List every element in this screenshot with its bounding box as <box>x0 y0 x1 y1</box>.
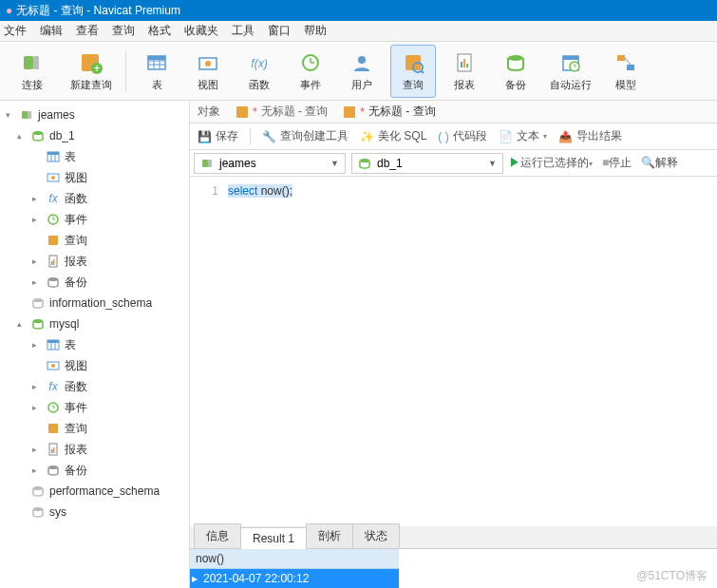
expand-icon[interactable]: ▸ <box>32 215 42 224</box>
svg-rect-34 <box>22 111 28 119</box>
tree-item-func[interactable]: ▸fx函数 <box>0 376 189 397</box>
expand-icon[interactable]: ▸ <box>32 194 42 203</box>
backup-icon <box>503 50 528 75</box>
menu-file[interactable]: 文件 <box>4 23 27 39</box>
result-cell: 2021-04-07 22:00:12 <box>199 569 312 588</box>
tab-objects[interactable]: 对象 <box>198 104 220 120</box>
menu-query[interactable]: 查询 <box>112 23 135 39</box>
tree-item-func[interactable]: ▸fx函数 <box>0 188 189 209</box>
result-row[interactable]: ▸ 2021-04-07 22:00:12 <box>190 569 399 588</box>
tree-item-backup[interactable]: ▸备份 <box>0 272 189 293</box>
svg-rect-35 <box>28 111 31 119</box>
expand-icon[interactable]: ▸ <box>32 277 42 287</box>
tree-item-report[interactable]: ▸报表 <box>0 251 189 272</box>
tree-item-db-off[interactable]: information_schema <box>0 293 189 313</box>
toolbar-backup[interactable]: 备份 <box>493 45 538 98</box>
expand-icon[interactable]: ▴ <box>17 319 27 329</box>
tree-item-table[interactable]: 表 <box>0 146 189 167</box>
view-icon <box>196 50 220 75</box>
tree-item-label: db_1 <box>49 129 75 142</box>
tree-item-query[interactable]: 查询 <box>0 418 189 439</box>
menu-edit[interactable]: 编辑 <box>40 23 63 39</box>
menu-format[interactable]: 格式 <box>148 23 171 39</box>
menu-fav[interactable]: 收藏夹 <box>184 23 218 39</box>
explain-icon: 🔍 <box>641 156 655 169</box>
svg-rect-66 <box>51 449 53 453</box>
tree-item-label: 函数 <box>65 191 87 207</box>
db-off-icon <box>30 484 46 499</box>
tree-item-table[interactable]: ▸表 <box>0 334 189 355</box>
tree-item-backup[interactable]: ▸备份 <box>0 460 189 481</box>
tree-item-view[interactable]: 视图 <box>0 355 189 376</box>
connection-dropdown[interactable]: jeames ▼ <box>194 153 346 174</box>
expand-icon[interactable]: ▸ <box>32 256 42 266</box>
view-icon <box>46 358 61 373</box>
tab-query-2[interactable]: * 无标题 - 查询 <box>343 104 435 120</box>
sql-editor[interactable]: 1 select now(); <box>190 177 717 526</box>
svg-rect-72 <box>344 106 355 118</box>
expand-icon[interactable]: ▸ <box>32 340 42 350</box>
snippet-button[interactable]: ( )代码段 <box>438 128 486 144</box>
tree-item-event[interactable]: ▸事件 <box>0 397 189 418</box>
code-area[interactable]: select now(); <box>228 184 717 519</box>
save-button[interactable]: 💾保存 <box>198 128 238 144</box>
menu-window[interactable]: 窗口 <box>268 23 291 39</box>
tree-item-db[interactable]: ▴mysql <box>0 313 189 334</box>
menu-help[interactable]: 帮助 <box>304 23 327 39</box>
toolbar-report[interactable]: 报表 <box>442 45 487 98</box>
toolbar-query[interactable]: 查询 <box>390 45 436 98</box>
expand-icon[interactable]: ▸ <box>32 382 42 391</box>
export-button[interactable]: 📤导出结果 <box>558 128 622 144</box>
tree-item-db-off[interactable]: performance_schema <box>0 481 189 502</box>
result-tab-result1[interactable]: Result 1 <box>240 527 307 549</box>
toolbar-model[interactable]: 模型 <box>603 45 649 98</box>
run-selected-button[interactable]: ▶运行已选择的▾ <box>509 155 593 171</box>
unsaved-dot-icon: * <box>360 105 365 119</box>
svg-point-42 <box>51 176 55 180</box>
tree-item-report[interactable]: ▸报表 <box>0 439 189 460</box>
chevron-down-icon: ▼ <box>330 159 339 168</box>
stop-button[interactable]: ■停止 <box>602 155 632 171</box>
tree-item-event[interactable]: ▸事件 <box>0 209 189 230</box>
tree-item-view[interactable]: 视图 <box>0 167 189 188</box>
result-tabs: 信息 Result 1 剖析 状态 <box>190 526 717 549</box>
toolbar-table[interactable]: 表 <box>134 45 179 98</box>
tree-item-label: 函数 <box>65 379 87 395</box>
expand-icon[interactable]: ▾ <box>6 110 15 120</box>
explain-button[interactable]: 🔍解释 <box>641 155 678 171</box>
toolbar-func[interactable]: f(x) 函数 <box>236 45 282 98</box>
column-header[interactable]: now() <box>190 549 399 569</box>
text-button[interactable]: 📄文本▾ <box>499 128 547 144</box>
query-builder-button[interactable]: 🔧查询创建工具 <box>262 128 349 144</box>
tree-item-label: jeames <box>38 108 75 122</box>
toolbar-event[interactable]: 事件 <box>288 45 333 98</box>
result-tab-profile[interactable]: 剖析 <box>306 523 353 548</box>
tree-item-label: 表 <box>65 149 76 165</box>
result-tab-status[interactable]: 状态 <box>352 523 400 548</box>
builder-icon: 🔧 <box>262 130 276 143</box>
tree-item-db[interactable]: ▴db_1 <box>0 125 189 146</box>
tab-query-1[interactable]: * 无标题 - 查询 <box>236 104 328 120</box>
expand-icon[interactable]: ▸ <box>32 403 42 412</box>
menu-tools[interactable]: 工具 <box>232 23 255 39</box>
tree-item-label: mysql <box>49 317 79 331</box>
toolbar-user[interactable]: 用户 <box>339 45 385 98</box>
toolbar-auto[interactable]: 自动运行 <box>544 45 597 98</box>
tree-item-query[interactable]: 查询 <box>0 230 189 251</box>
expand-icon[interactable]: ▴ <box>17 131 27 141</box>
result-tab-info[interactable]: 信息 <box>194 523 241 548</box>
db-off-icon <box>30 504 46 520</box>
connection-tree[interactable]: ▾jeames▴db_1表视图▸fx函数▸事件查询▸报表▸备份informati… <box>0 101 190 588</box>
tree-item-conn[interactable]: ▾jeames <box>0 104 189 125</box>
beautify-sql-button[interactable]: ✨美化 SQL <box>360 128 426 144</box>
toolbar-newquery[interactable]: + 新建查询 <box>65 45 118 98</box>
menu-view[interactable]: 查看 <box>76 23 99 39</box>
tree-item-label: 查询 <box>65 421 87 437</box>
toolbar-view[interactable]: 视图 <box>185 45 231 98</box>
database-dropdown[interactable]: db_1 ▼ <box>351 153 503 174</box>
expand-icon[interactable]: ▸ <box>32 465 42 475</box>
expand-icon[interactable]: ▸ <box>32 445 42 454</box>
database-icon <box>358 157 371 170</box>
toolbar-connect[interactable]: 连接 <box>6 45 59 98</box>
tree-item-db-off[interactable]: sys <box>0 502 189 522</box>
